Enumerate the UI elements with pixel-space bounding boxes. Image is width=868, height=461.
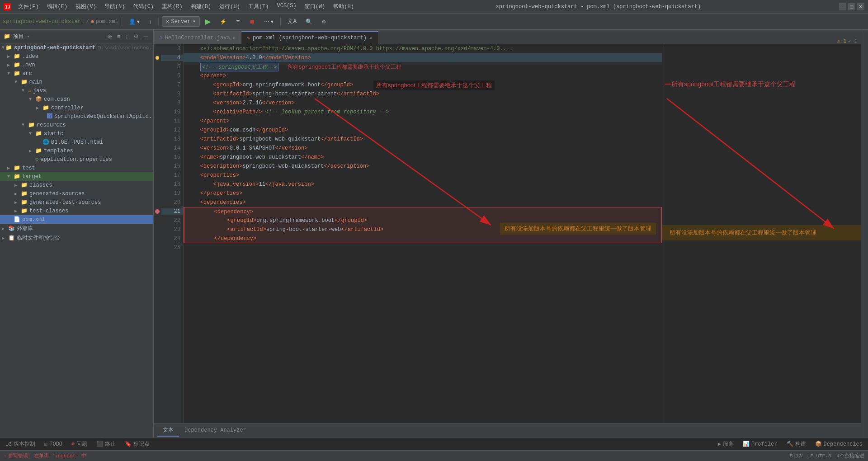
tab-hellocontroller-label: HelloController.java bbox=[165, 35, 230, 41]
dependencies-button[interactable]: 📦 Dependencies bbox=[812, 440, 865, 448]
position-indicator[interactable]: 5:13 bbox=[790, 453, 802, 459]
vcs-label: 版本控制 bbox=[14, 440, 35, 448]
menu-refactor[interactable]: 重构(R) bbox=[158, 2, 186, 11]
linenum-19: 19 bbox=[161, 190, 183, 197]
sidebar-settings-button[interactable]: ⚙ bbox=[132, 32, 141, 41]
tree-item-testclasses[interactable]: ▶ 📁 test-classes bbox=[0, 207, 153, 215]
locate-button[interactable]: ⊕ bbox=[105, 32, 114, 41]
position-text: 5:13 bbox=[790, 453, 802, 459]
service-button[interactable]: ▶ 服务 bbox=[715, 439, 736, 449]
version-control-button[interactable]: ⎇ 版本控制 bbox=[3, 439, 38, 449]
close-button[interactable]: ✕ bbox=[857, 3, 864, 10]
code-content[interactable]: xsi:schemaLocation="http://maven.apache.… bbox=[184, 44, 662, 423]
todo-button[interactable]: ☑ TODO bbox=[42, 440, 65, 448]
menu-vcs[interactable]: VCS(S) bbox=[273, 2, 300, 11]
svg-text:IJ: IJ bbox=[5, 5, 10, 10]
server-dropdown[interactable]: ✕ Server ▾ bbox=[162, 16, 200, 27]
gutter-4 bbox=[154, 56, 161, 60]
bookmark-button[interactable]: 🔖 标记点 bbox=[122, 439, 152, 449]
menu-build[interactable]: 构建(B) bbox=[187, 2, 215, 11]
bookmark-icon: 🔖 bbox=[125, 441, 132, 447]
menu-help[interactable]: 帮助(H) bbox=[330, 2, 358, 11]
linenum-24: 24 bbox=[161, 235, 183, 242]
tab-pomxml[interactable]: ✎ pom.xml (springboot-web-quickstart) ✕ bbox=[241, 31, 378, 44]
tab-hellocontroller[interactable]: J HelloController.java ✕ bbox=[154, 31, 241, 44]
tree-item-appclass[interactable]: ▶ 🅰 SpringbootWebQuickstartApplic... bbox=[0, 112, 153, 121]
project-root-name: springboot-web-quickstart bbox=[14, 45, 95, 51]
profiler-button[interactable]: 📊 Profiler bbox=[740, 440, 780, 448]
tree-root[interactable]: ▼ 📁 springboot-web-quickstart D:\csdn\sp… bbox=[0, 43, 153, 52]
problems-button[interactable]: ⊗ 问题 bbox=[69, 439, 90, 449]
tree-item-resources[interactable]: ▼ 📁 resources bbox=[0, 121, 153, 129]
tree-item-idea[interactable]: ▶ 📁 .idea bbox=[0, 52, 153, 61]
menu-code[interactable]: 代码(C) bbox=[129, 2, 157, 11]
search-button[interactable]: 🔍 bbox=[302, 17, 316, 26]
dep-label: Dependencies bbox=[824, 441, 863, 447]
menu-edit[interactable]: 编辑(E) bbox=[43, 2, 71, 11]
menu-navigate[interactable]: 导航(N) bbox=[101, 2, 129, 11]
coverage-button[interactable]: ☂ bbox=[232, 17, 244, 26]
tree-item-gensrc[interactable]: ▶ 📁 generated-sources bbox=[0, 189, 153, 198]
menu-file[interactable]: 文件(F) bbox=[14, 2, 42, 11]
tab-pomxml-label: pom.xml (springboot-web-quickstart) bbox=[253, 35, 367, 41]
settings-button[interactable]: ⚙ bbox=[318, 17, 330, 26]
tree-item-target[interactable]: ▼ 📁 target bbox=[0, 172, 153, 181]
more-run-button[interactable]: ⋯ ▾ bbox=[260, 17, 277, 26]
breadcrumb-project[interactable]: springboot-web-quickstart bbox=[3, 19, 84, 25]
tree-item-extlib[interactable]: ▶ 📚 外部库 bbox=[0, 224, 153, 233]
encoding-indicator[interactable]: LF UTF-8 bbox=[807, 453, 831, 459]
spell-error[interactable]: ⚠ 拼写错误: 在单词 'ingboot' 中 bbox=[4, 452, 86, 459]
menu-tools[interactable]: 工具(T) bbox=[245, 2, 273, 11]
run-button[interactable]: ▶ bbox=[202, 16, 214, 27]
tab-pomxml-close[interactable]: ✕ bbox=[369, 35, 373, 41]
account-button[interactable]: 👤 ▾ bbox=[125, 17, 143, 26]
minimize-button[interactable]: ─ bbox=[839, 3, 846, 10]
update-button[interactable]: ↓ bbox=[145, 17, 155, 26]
indent-indicator[interactable]: 4个空格缩进 bbox=[836, 452, 864, 459]
app-logo: IJ bbox=[4, 3, 11, 10]
tree-item-comcsdn[interactable]: ▼ 📦 com.csdn bbox=[0, 95, 153, 103]
tree-item-mvn[interactable]: ▶ 📁 .mvn bbox=[0, 61, 153, 69]
code-line-11: </parent> bbox=[184, 117, 662, 126]
maximize-button[interactable]: □ bbox=[848, 3, 855, 10]
tree-item-gentest[interactable]: ▶ 📁 generated-test-sources bbox=[0, 198, 153, 207]
editor-main: 3 4 5 bbox=[154, 44, 861, 423]
bottom-tab-text[interactable]: 文本 bbox=[157, 424, 179, 437]
line-row-23: 23 bbox=[154, 225, 183, 234]
tree-item-classes[interactable]: ▶ 📁 classes bbox=[0, 181, 153, 189]
code-line-25: . bbox=[184, 243, 662, 252]
tree-item-templates[interactable]: ▶ 📁 templates bbox=[0, 146, 153, 155]
window-controls: ─ □ ✕ bbox=[839, 3, 864, 10]
menu-window[interactable]: 窗口(W) bbox=[301, 2, 329, 11]
terminal-button[interactable]: ⬛ 终止 bbox=[94, 439, 118, 449]
bottom-tab-dependency[interactable]: Dependency Analyzer bbox=[179, 425, 252, 436]
tree-item-scratch[interactable]: ▶ 📋 临时文件和控制台 bbox=[0, 233, 153, 243]
tree-item-appprops[interactable]: ▶ ⚙ application.properties bbox=[0, 155, 153, 164]
translate-button[interactable]: 文A bbox=[284, 16, 300, 27]
tree-item-static[interactable]: ▼ 📁 static bbox=[0, 129, 153, 138]
line-row-9: 9 bbox=[154, 99, 183, 108]
tree-item-test[interactable]: ▶ 📁 test bbox=[0, 164, 153, 172]
tree-item-html[interactable]: ▶ 🌐 01.GET-POST.html bbox=[0, 138, 153, 146]
collapse-button[interactable]: ↕ bbox=[123, 32, 130, 41]
expand-button[interactable]: ≡ bbox=[115, 32, 123, 41]
tab-xml-icon: ✎ bbox=[247, 35, 250, 41]
build-button[interactable]: 🔨 构建 bbox=[784, 439, 809, 449]
tree-item-main[interactable]: ▼ 📁 main bbox=[0, 78, 153, 86]
linenum-21: 21 bbox=[161, 208, 183, 215]
tree-item-src[interactable]: ▼ 📁 src bbox=[0, 69, 153, 78]
debug-button[interactable]: ⚡ bbox=[216, 17, 230, 26]
breadcrumb-file[interactable]: ⊞ pom.xml bbox=[91, 18, 118, 25]
code-line-21: <dependency> bbox=[184, 207, 662, 216]
tree-item-java[interactable]: ▼ ☕ java bbox=[0, 86, 153, 95]
tab-hellocontroller-close[interactable]: ✕ bbox=[233, 35, 236, 41]
menu-run[interactable]: 运行(U) bbox=[216, 2, 244, 11]
tree-item-pomxml[interactable]: ▶ 📄 pom.xml bbox=[0, 215, 153, 224]
dep-icon: 📦 bbox=[815, 441, 822, 447]
menu-view[interactable]: 视图(V) bbox=[72, 2, 100, 11]
sidebar-hide-button[interactable]: ─ bbox=[142, 32, 150, 41]
warnings-icon: ⚠ 1 bbox=[837, 38, 846, 44]
stop-button[interactable]: ⏹ bbox=[246, 17, 259, 26]
linenum-23: 23 bbox=[161, 226, 183, 233]
tree-item-controller[interactable]: ▶ 📁 controller bbox=[0, 103, 153, 112]
